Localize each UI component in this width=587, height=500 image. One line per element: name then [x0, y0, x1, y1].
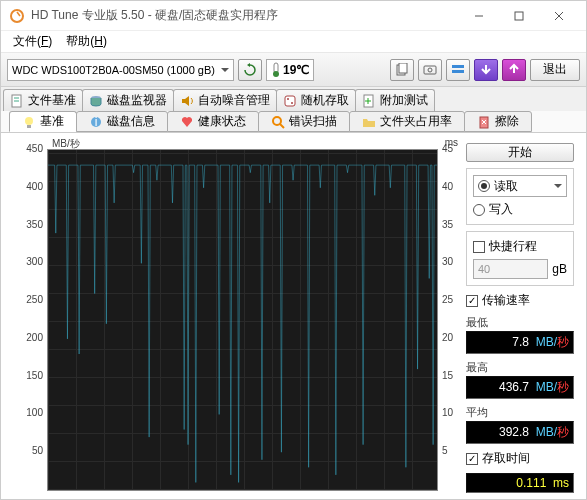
r-tick: 30 [442, 256, 460, 267]
save-button[interactable] [474, 59, 498, 81]
svg-line-28 [280, 124, 284, 128]
r-tick: 25 [442, 294, 460, 305]
info-icon: i [89, 115, 103, 129]
y-tick: 300 [7, 256, 43, 267]
settings-button[interactable] [446, 59, 470, 81]
svg-point-0 [11, 10, 23, 22]
y-tick: 150 [7, 370, 43, 381]
subtab-基准[interactable]: 基准 [9, 111, 77, 132]
svg-point-18 [287, 98, 289, 100]
temperature-display: 19℃ [266, 59, 314, 81]
min-label: 最低 [466, 315, 574, 330]
tab-随机存取[interactable]: 随机存取 [276, 89, 356, 111]
y-tick: 250 [7, 294, 43, 305]
min-value: 7.8 MB/秒 [466, 331, 574, 354]
read-radio[interactable]: 读取 [473, 175, 567, 197]
speaker-icon [180, 94, 194, 108]
subtab-健康状态[interactable]: 健康状态 [167, 111, 259, 132]
svg-point-23 [25, 117, 33, 125]
tab-磁盘监视器[interactable]: 磁盘监视器 [82, 89, 174, 111]
max-value: 436.7 MB/秒 [466, 376, 574, 399]
menu-help[interactable]: 帮助(H) [60, 31, 113, 52]
svg-point-10 [428, 68, 432, 72]
quick-checkbox[interactable]: 快捷行程 [473, 238, 567, 255]
write-radio[interactable]: 写入 [473, 201, 567, 218]
svg-point-27 [273, 117, 281, 125]
tab-附加测试[interactable]: 附加测试 [355, 89, 435, 111]
screenshot-button[interactable] [418, 59, 442, 81]
minimize-button[interactable] [460, 4, 498, 28]
copy-button[interactable] [390, 59, 414, 81]
plus-icon [362, 94, 376, 108]
menu-file[interactable]: 文件(F) [7, 31, 58, 52]
svg-point-19 [291, 102, 293, 104]
svg-rect-2 [515, 12, 523, 20]
max-label: 最高 [466, 360, 574, 375]
maximize-button[interactable] [500, 4, 538, 28]
svg-point-6 [273, 71, 279, 77]
y-tick: 200 [7, 332, 43, 343]
export-button[interactable] [502, 59, 526, 81]
bulb-icon [22, 115, 36, 129]
access-value: 0.111 ms [466, 473, 574, 493]
r-tick: 40 [442, 181, 460, 192]
doc-icon [10, 94, 24, 108]
window-title: HD Tune 专业版 5.50 - 硬盘/固态硬盘实用程序 [31, 7, 460, 24]
svg-rect-11 [452, 65, 464, 68]
quick-value-input[interactable]: 40 [473, 259, 548, 279]
avg-label: 平均 [466, 405, 574, 420]
avg-value: 392.8 MB/秒 [466, 421, 574, 444]
disk-icon [89, 94, 103, 108]
svg-rect-17 [285, 96, 295, 106]
tab-自动噪音管理[interactable]: 自动噪音管理 [173, 89, 277, 111]
r-tick: 20 [442, 332, 460, 343]
y-tick: 50 [7, 445, 43, 456]
subtab-文件夹占用率[interactable]: 文件夹占用率 [349, 111, 465, 132]
svg-rect-8 [399, 63, 407, 73]
y-tick: 450 [7, 143, 43, 154]
subtab-擦除[interactable]: 擦除 [464, 111, 532, 132]
scan-icon [271, 115, 285, 129]
y-tick: 350 [7, 219, 43, 230]
subtab-错误扫描[interactable]: 错误扫描 [258, 111, 350, 132]
y-tick: 100 [7, 407, 43, 418]
refresh-button[interactable] [238, 59, 262, 81]
drive-select[interactable]: WDC WDS100T2B0A-00SM50 (1000 gB) [7, 59, 234, 81]
erase-icon [477, 115, 491, 129]
benchmark-chart: MB/秒 ms 45040035030025020015010050 45403… [7, 139, 460, 495]
access-checkbox[interactable]: 存取时间 [466, 450, 574, 467]
r-tick: 5 [442, 445, 460, 456]
tab-文件基准[interactable]: 文件基准 [3, 89, 83, 111]
svg-rect-24 [27, 125, 31, 128]
r-tick: 15 [442, 370, 460, 381]
svg-rect-9 [424, 66, 436, 74]
r-tick: 35 [442, 219, 460, 230]
r-tick: 45 [442, 143, 460, 154]
dice-icon [283, 94, 297, 108]
exit-button[interactable]: 退出 [530, 59, 580, 81]
health-icon [180, 115, 194, 129]
start-button[interactable]: 开始 [466, 143, 574, 162]
rate-checkbox[interactable]: 传输速率 [466, 292, 574, 309]
close-button[interactable] [540, 4, 578, 28]
svg-rect-12 [452, 70, 464, 73]
thermometer-icon [271, 62, 281, 78]
y-tick: 400 [7, 181, 43, 192]
app-icon [9, 8, 25, 24]
folder-icon [362, 115, 376, 129]
subtab-磁盘信息[interactable]: i磁盘信息 [76, 111, 168, 132]
r-tick: 10 [442, 407, 460, 418]
svg-text:i: i [95, 115, 98, 129]
